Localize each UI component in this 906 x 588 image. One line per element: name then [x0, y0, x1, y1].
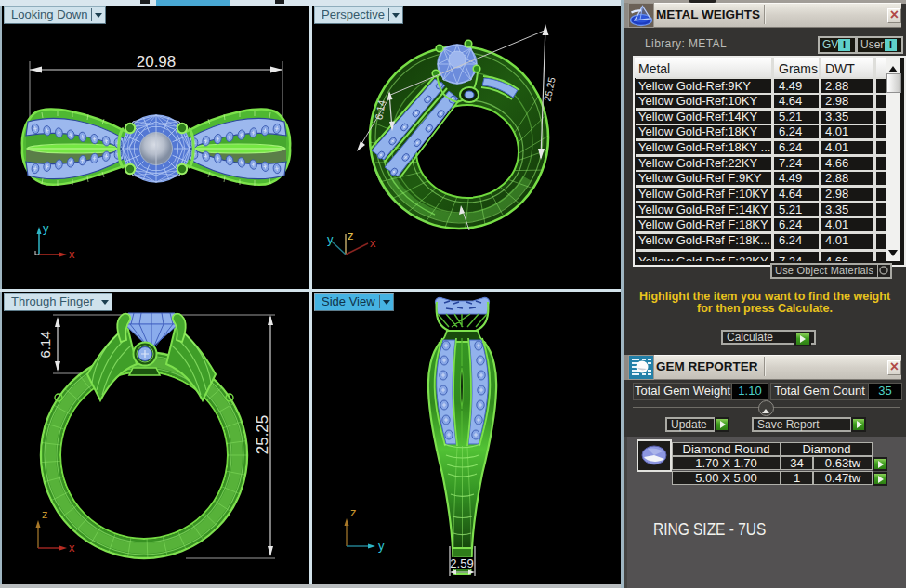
svg-text:x: x	[370, 236, 376, 250]
svg-text:2.59: 2.59	[450, 556, 473, 570]
svg-text:20.98: 20.98	[137, 53, 177, 71]
svg-text:z: z	[42, 507, 48, 521]
svg-text:6.14: 6.14	[37, 331, 53, 358]
svg-text:z: z	[348, 229, 354, 242]
svg-text:x: x	[69, 247, 75, 261]
svg-text:x: x	[69, 541, 75, 555]
svg-text:25.25: 25.25	[254, 415, 271, 455]
svg-text:z: z	[350, 505, 357, 519]
svg-text:y: y	[378, 539, 385, 553]
svg-text:y: y	[327, 232, 334, 246]
svg-text:y: y	[43, 221, 49, 235]
